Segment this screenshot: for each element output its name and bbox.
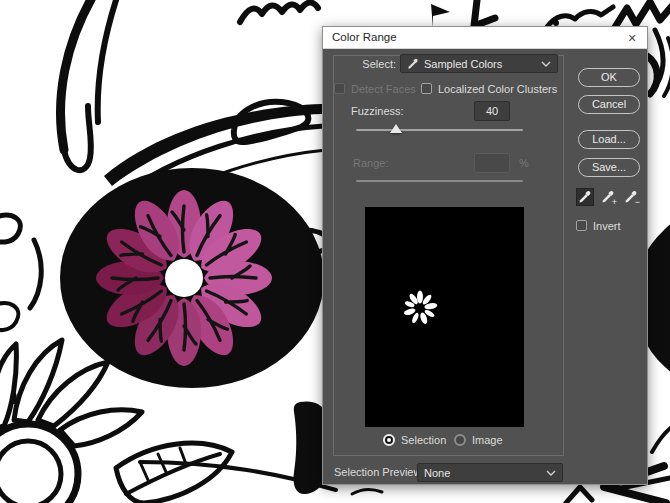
- close-icon[interactable]: ✕: [623, 29, 641, 47]
- dialog-title: Color Range: [332, 31, 397, 43]
- dialog-titlebar[interactable]: Color Range ✕: [323, 27, 647, 49]
- selection-preview-label: Selection Preview:: [334, 466, 425, 478]
- radio-image[interactable]: [454, 434, 466, 446]
- fuzziness-slider-track[interactable]: [356, 129, 523, 131]
- localized-clusters-label: Localized Color Clusters: [438, 83, 557, 95]
- fuzziness-slider-thumb[interactable]: [390, 124, 402, 133]
- plus-glyph: +: [612, 198, 617, 207]
- eyedropper-add-tool[interactable]: +: [599, 188, 617, 206]
- localized-clusters-checkbox[interactable]: [421, 83, 432, 94]
- eyedropper-tool[interactable]: [576, 188, 594, 206]
- radio-selection-label: Selection: [401, 434, 446, 446]
- range-label: Range:: [353, 157, 388, 169]
- color-range-dialog: Color Range ✕ Select: Sampled Colors Det…: [322, 26, 648, 485]
- photoshop-workspace: Color Range ✕ Select: Sampled Colors Det…: [0, 0, 670, 503]
- chevron-down-icon: [546, 470, 556, 476]
- eye-flower: [60, 168, 324, 388]
- flower-center: [165, 259, 203, 297]
- selected-area-mark: [398, 282, 442, 334]
- chevron-down-icon: [541, 61, 551, 67]
- eyedropper-icon: [407, 58, 419, 70]
- radio-selection[interactable]: [383, 434, 395, 446]
- eyedropper-subtract-tool[interactable]: −: [622, 188, 640, 206]
- save-button[interactable]: Save...: [578, 158, 640, 177]
- cancel-button[interactable]: Cancel: [578, 95, 640, 114]
- eyedropper-icon: [578, 190, 592, 204]
- range-unit: %: [519, 157, 529, 169]
- ok-button[interactable]: OK: [578, 68, 640, 87]
- range-slider-track: [356, 180, 523, 182]
- fuzziness-input[interactable]: 40: [474, 101, 510, 121]
- invert-label: Invert: [593, 220, 621, 232]
- radio-image-label: Image: [472, 434, 503, 446]
- select-label: Select:: [336, 58, 396, 70]
- selection-preview-dropdown[interactable]: None: [417, 463, 563, 482]
- range-input: [474, 153, 510, 173]
- minus-glyph: −: [635, 198, 640, 207]
- load-button[interactable]: Load...: [578, 130, 640, 149]
- select-value: Sampled Colors: [424, 58, 536, 70]
- fuzziness-label: Fuzziness:: [351, 105, 404, 117]
- invert-checkbox[interactable]: [576, 220, 587, 231]
- detect-faces-label: Detect Faces: [351, 83, 416, 95]
- select-dropdown[interactable]: Sampled Colors: [400, 54, 558, 73]
- detect-faces-checkbox: [334, 83, 345, 94]
- selection-preview-thumbnail[interactable]: [365, 207, 524, 427]
- selection-preview-value: None: [424, 467, 541, 479]
